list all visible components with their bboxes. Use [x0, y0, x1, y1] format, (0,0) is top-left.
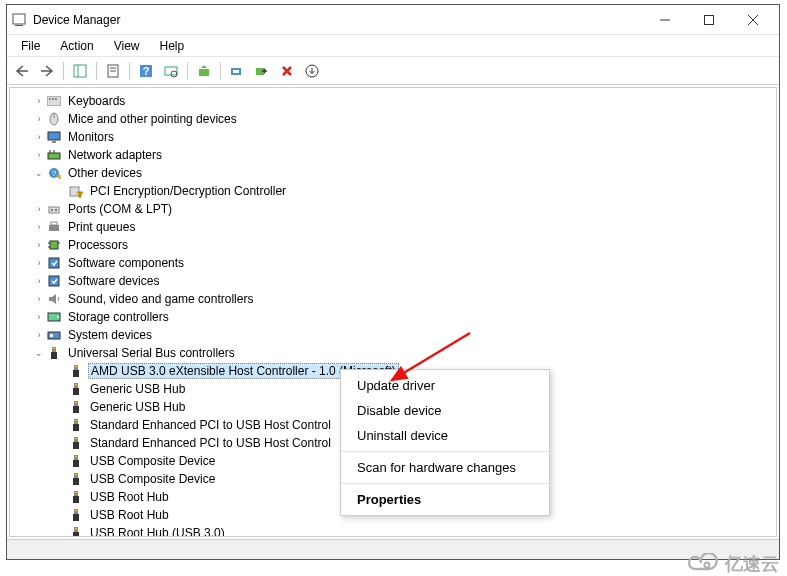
show-hide-tree-button[interactable]	[69, 60, 91, 82]
device-item[interactable]: USB Root Hub (USB 3.0)	[10, 524, 776, 537]
expand-arrow[interactable]: ›	[32, 238, 46, 252]
expand-arrow[interactable]	[54, 382, 68, 396]
expand-arrow[interactable]: ›	[32, 202, 46, 216]
menu-action[interactable]: Action	[50, 37, 103, 55]
expand-arrow[interactable]: ⌄	[32, 346, 46, 360]
device-category[interactable]: ›System devices	[10, 326, 776, 344]
expand-arrow[interactable]: ›	[32, 328, 46, 342]
device-category[interactable]: ⌄Universal Serial Bus controllers	[10, 344, 776, 362]
device-category[interactable]: ›Processors	[10, 236, 776, 254]
svg-rect-28	[48, 153, 60, 159]
device-category[interactable]: ›Software devices	[10, 272, 776, 290]
context-update-driver[interactable]: Update driver	[341, 373, 549, 398]
device-label: USB Root Hub	[88, 490, 171, 504]
expand-arrow[interactable]: ›	[32, 148, 46, 162]
expand-arrow[interactable]	[54, 364, 68, 378]
svg-rect-48	[48, 332, 60, 339]
expand-arrow[interactable]	[54, 454, 68, 468]
svg-rect-50	[52, 347, 56, 352]
uninstall-button[interactable]	[276, 60, 298, 82]
svg-rect-40	[50, 241, 58, 249]
svg-rect-64	[75, 420, 77, 421]
usb-icon	[68, 381, 84, 397]
device-category[interactable]: ›Storage controllers	[10, 308, 776, 326]
device-category[interactable]: ›Sound, video and game controllers	[10, 290, 776, 308]
svg-rect-58	[75, 384, 77, 385]
minimize-button[interactable]	[643, 6, 687, 34]
svg-rect-77	[74, 509, 78, 514]
svg-text:?: ?	[52, 169, 57, 178]
down-button[interactable]	[301, 60, 323, 82]
device-category[interactable]: ›Monitors	[10, 128, 776, 146]
back-button[interactable]	[11, 60, 33, 82]
watermark: 亿速云	[687, 552, 779, 576]
device-label: Software components	[66, 256, 186, 270]
expand-arrow[interactable]: ›	[32, 130, 46, 144]
usb-icon	[68, 363, 84, 379]
expand-arrow[interactable]: ›	[32, 112, 46, 126]
expand-arrow[interactable]	[54, 490, 68, 504]
device-category[interactable]: ›Network adapters	[10, 146, 776, 164]
context-disable-device[interactable]: Disable device	[341, 398, 549, 423]
usb-icon	[46, 345, 62, 361]
expand-arrow[interactable]	[54, 436, 68, 450]
device-category[interactable]: ›Keyboards	[10, 92, 776, 110]
expand-arrow[interactable]: ›	[32, 310, 46, 324]
context-properties[interactable]: Properties	[341, 487, 549, 512]
device-label: Monitors	[66, 130, 116, 144]
update-driver-button[interactable]	[193, 60, 215, 82]
device-label: Generic USB Hub	[88, 400, 187, 414]
device-category[interactable]: ›Software components	[10, 254, 776, 272]
svg-rect-63	[73, 424, 79, 431]
legacy-hardware-button[interactable]	[226, 60, 248, 82]
context-scan-hardware[interactable]: Scan for hardware changes	[341, 455, 549, 480]
svg-rect-6	[74, 65, 86, 77]
svg-rect-59	[74, 401, 78, 406]
properties-button[interactable]	[102, 60, 124, 82]
usb-icon	[68, 525, 84, 537]
toolbar-separator	[63, 62, 64, 80]
expand-arrow[interactable]	[54, 400, 68, 414]
forward-button[interactable]	[36, 60, 58, 82]
expand-arrow[interactable]	[54, 472, 68, 486]
device-category[interactable]: ›Mice and other pointing devices	[10, 110, 776, 128]
expand-arrow[interactable]	[54, 526, 68, 537]
svg-rect-72	[73, 478, 79, 485]
svg-point-84	[705, 563, 710, 568]
svg-rect-38	[49, 225, 59, 231]
statusbar	[7, 539, 779, 559]
svg-rect-61	[75, 402, 77, 403]
close-button[interactable]	[731, 6, 775, 34]
context-uninstall-device[interactable]: Uninstall device	[341, 423, 549, 448]
svg-rect-3	[705, 15, 714, 24]
device-label: USB Composite Device	[88, 472, 217, 486]
device-label: Universal Serial Bus controllers	[66, 346, 237, 360]
device-category[interactable]: ⌄?Other devices	[10, 164, 776, 182]
menu-file[interactable]: File	[11, 37, 50, 55]
scan-hardware-button[interactable]	[160, 60, 182, 82]
expand-arrow[interactable]: ›	[32, 292, 46, 306]
expand-arrow[interactable]: ›	[32, 94, 46, 108]
maximize-button[interactable]	[687, 6, 731, 34]
svg-rect-27	[52, 141, 56, 143]
device-label: Standard Enhanced PCI to USB Host Contro…	[88, 436, 333, 450]
disable-button[interactable]	[251, 60, 273, 82]
warning-icon: ?	[46, 165, 62, 181]
device-label: Other devices	[66, 166, 144, 180]
system-icon	[46, 327, 62, 343]
expand-arrow[interactable]	[54, 184, 68, 198]
expand-arrow[interactable]: ⌄	[32, 166, 46, 180]
expand-arrow[interactable]	[54, 418, 68, 432]
device-category[interactable]: ›Ports (COM & LPT)	[10, 200, 776, 218]
expand-arrow[interactable]: ›	[32, 274, 46, 288]
expand-arrow[interactable]: ›	[32, 220, 46, 234]
expand-arrow[interactable]	[54, 508, 68, 522]
menu-view[interactable]: View	[104, 37, 150, 55]
svg-rect-20	[47, 96, 61, 106]
menu-help[interactable]: Help	[150, 37, 195, 55]
svg-rect-75	[73, 496, 79, 503]
expand-arrow[interactable]: ›	[32, 256, 46, 270]
device-item[interactable]: !PCI Encryption/Decryption Controller	[10, 182, 776, 200]
device-category[interactable]: ›Print queues	[10, 218, 776, 236]
help-button[interactable]: ?	[135, 60, 157, 82]
